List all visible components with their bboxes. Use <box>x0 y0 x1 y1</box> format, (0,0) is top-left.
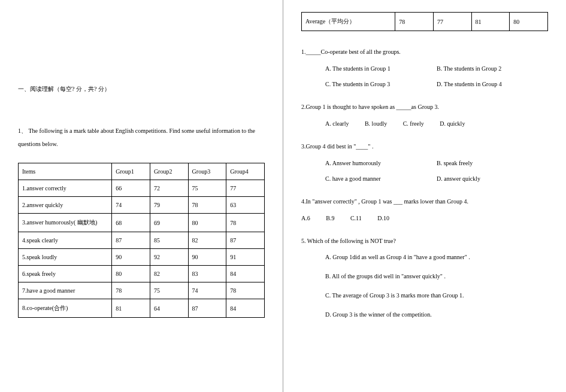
cell-item: 3.answer humorously( 幽默地) <box>19 214 112 232</box>
option-b: B.9 <box>326 212 334 224</box>
cell-value: 68 <box>112 214 150 232</box>
cell-value: 85 <box>150 232 188 249</box>
cell-value: 64 <box>150 299 188 318</box>
header-group1: Group1 <box>112 163 150 180</box>
cell-item: 1.answer correctly <box>19 180 112 197</box>
option-d: D. quickly <box>440 118 465 130</box>
option-c: C. have a good manner <box>325 173 437 185</box>
cell-value: 90 <box>188 249 226 266</box>
table-row: 4.speak clearly 87 85 82 87 <box>19 232 265 249</box>
cell-value: 83 <box>188 266 226 282</box>
left-column: 一、阅读理解（每空? 分，共? 分） 1、 The following is a… <box>0 0 283 392</box>
cell-value: 74 <box>188 282 226 299</box>
cell-value: 78 <box>226 214 265 232</box>
marks-table: Items Group1 Group2 Group3 Group4 1.answ… <box>18 163 265 318</box>
cell-value: 81 <box>112 299 150 318</box>
option-c: C. freely <box>403 118 424 130</box>
option-b: B. loudly <box>365 118 387 130</box>
cell-value: 66 <box>112 180 150 197</box>
table-row: 3.answer humorously( 幽默地) 68 69 80 78 <box>19 214 265 232</box>
section-title: 一、阅读理解（每空? 分，共? 分） <box>18 84 265 95</box>
avg-value: 77 <box>433 13 471 31</box>
header-group2: Group2 <box>150 163 188 180</box>
option-a: A. The students in Group 1 <box>325 63 437 75</box>
option-a: A. Group 1did as well as Group 4 in "hav… <box>301 252 548 263</box>
question-3: 3.Group 4 did best in "____" . A. Answer… <box>301 141 548 185</box>
option-b: B. speak freely <box>437 157 548 169</box>
question-stem: 2.Group 1 is thought to have spoken as _… <box>301 101 548 113</box>
header-items: Items <box>19 163 112 180</box>
table-row: 2.answer quickly 74 79 78 63 <box>19 197 265 214</box>
table-row: 1.answer correctly 66 72 75 77 <box>19 180 265 197</box>
cell-item: 2.answer quickly <box>19 197 112 214</box>
cell-value: 87 <box>112 232 150 249</box>
avg-label: Average（平均分） <box>302 13 395 31</box>
table-header-row: Items Group1 Group2 Group3 Group4 <box>19 163 265 180</box>
right-column: Average（平均分） 78 77 81 80 1._____Co-opera… <box>283 0 566 392</box>
avg-value: 81 <box>471 13 510 31</box>
avg-value: 80 <box>510 13 548 31</box>
cell-value: 69 <box>150 214 188 232</box>
table-row: 6.speak freely 80 82 83 84 <box>19 266 265 282</box>
option-d: D. answer quickly <box>437 173 548 185</box>
question-4: 4.In "answer correctly" , Group 1 was __… <box>301 196 548 224</box>
cell-value: 87 <box>226 232 265 249</box>
option-c: C. The average of Group 3 is 3 marks mor… <box>301 290 548 301</box>
option-b: B. All of the groups did well in "answer… <box>301 271 548 282</box>
option-c: C. The students in Group 3 <box>325 78 437 90</box>
average-table: Average（平均分） 78 77 81 80 <box>301 12 548 31</box>
cell-item: 8.co-operate(合作) <box>19 299 112 318</box>
option-b: B. The students in Group 2 <box>437 63 548 75</box>
header-group3: Group3 <box>188 163 226 180</box>
cell-value: 91 <box>226 249 265 266</box>
cell-item: 7.have a good manner <box>19 282 112 299</box>
question-stem: 5. Which of the following is NOT true? <box>301 235 548 247</box>
cell-value: 63 <box>226 197 265 214</box>
cell-value: 75 <box>150 282 188 299</box>
cell-value: 78 <box>188 197 226 214</box>
question-stem: 3.Group 4 did best in "____" . <box>301 141 548 153</box>
cell-value: 90 <box>112 249 150 266</box>
option-a: A. Answer humorously <box>325 157 437 169</box>
question-5: 5. Which of the following is NOT true? A… <box>301 235 548 320</box>
header-group4: Group4 <box>226 163 265 180</box>
cell-value: 79 <box>150 197 188 214</box>
table-row: 5.speak loudly 90 92 90 91 <box>19 249 265 266</box>
cell-value: 84 <box>226 299 265 318</box>
cell-value: 82 <box>150 266 188 282</box>
cell-item: 5.speak loudly <box>19 249 112 266</box>
option-a: A.6 <box>301 212 310 224</box>
question-1: 1._____Co-operate best of all the groups… <box>301 46 548 90</box>
table-row: 7.have a good manner 78 75 74 78 <box>19 282 265 299</box>
cell-value: 78 <box>112 282 150 299</box>
avg-value: 78 <box>395 13 434 31</box>
cell-value: 80 <box>188 214 226 232</box>
table-row: 8.co-operate(合作) 81 64 87 84 <box>19 299 265 318</box>
cell-value: 72 <box>150 180 188 197</box>
question-intro: 1、 The following is a mark table about E… <box>18 124 265 151</box>
option-d: D. Group 3 is the winner of the competit… <box>301 309 548 320</box>
cell-value: 78 <box>226 282 265 299</box>
cell-value: 92 <box>150 249 188 266</box>
cell-item: 6.speak freely <box>19 266 112 282</box>
cell-value: 80 <box>112 266 150 282</box>
option-d: D.10 <box>377 212 389 224</box>
cell-value: 74 <box>112 197 150 214</box>
table-row: Average（平均分） 78 77 81 80 <box>302 13 548 31</box>
cell-value: 87 <box>188 299 226 318</box>
option-c: C.11 <box>350 212 362 224</box>
option-a: A. clearly <box>325 118 349 130</box>
cell-value: 82 <box>188 232 226 249</box>
cell-item: 4.speak clearly <box>19 232 112 249</box>
cell-value: 84 <box>226 266 265 282</box>
cell-value: 75 <box>188 180 226 197</box>
question-2: 2.Group 1 is thought to have spoken as _… <box>301 101 548 130</box>
cell-value: 77 <box>226 180 265 197</box>
question-stem: 1._____Co-operate best of all the groups… <box>301 46 548 58</box>
option-d: D. The students in Group 4 <box>437 78 548 90</box>
question-stem: 4.In "answer correctly" , Group 1 was __… <box>301 196 548 208</box>
